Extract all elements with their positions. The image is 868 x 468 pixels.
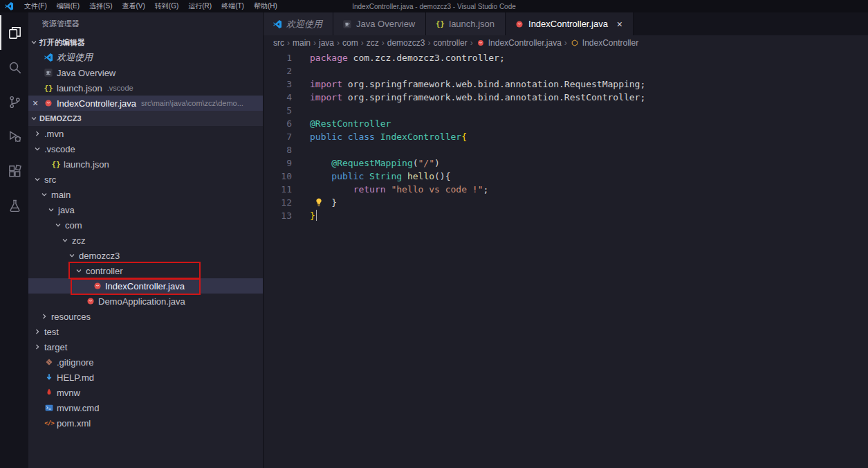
- menubar-item-t[interactable]: 终端(T): [216, 1, 249, 11]
- code-line-9[interactable]: 9 @RequestMapping("/"): [264, 156, 868, 170]
- line-number[interactable]: 13: [264, 209, 292, 222]
- breadcrumb-item-zcz[interactable]: zcz: [367, 38, 379, 48]
- code-line-11[interactable]: 11 return "hello vs code !";: [264, 183, 868, 196]
- project-label: DEMOZCZ3: [39, 114, 82, 123]
- menubar-item-r[interactable]: 运行(R): [183, 1, 216, 11]
- activity-source-control-icon[interactable]: [0, 84, 28, 119]
- tree-item-demozcz3[interactable]: demozcz3: [28, 248, 263, 263]
- tree-item-.mvn[interactable]: .mvn: [28, 126, 263, 141]
- menubar-item-v[interactable]: 查看(V): [117, 1, 149, 11]
- close-editor-icon[interactable]: ×: [28, 98, 42, 109]
- line-number[interactable]: 12: [264, 196, 292, 209]
- code-line-7[interactable]: 7public class IndexController{: [264, 130, 868, 143]
- tree-item-src[interactable]: src: [28, 172, 263, 187]
- tree-item-label: DemoApplication.java: [98, 296, 185, 307]
- tree-item-zcz[interactable]: zcz: [28, 233, 263, 248]
- activity-extensions-icon[interactable]: [0, 154, 28, 188]
- line-number[interactable]: 7: [264, 130, 292, 143]
- code-text: [292, 104, 310, 117]
- tree-item-main[interactable]: main: [28, 187, 263, 202]
- code-line-1[interactable]: 1package com.zcz.demozcz3.controller;: [264, 51, 868, 64]
- activity-search-icon[interactable]: [0, 50, 28, 84]
- tree-item-mvnw.cmd[interactable]: mvnw.cmd: [28, 400, 263, 415]
- line-number[interactable]: 9: [264, 156, 292, 170]
- tree-item-label: .vscode: [44, 144, 75, 154]
- code-text: import org.springframework.web.bind.anno…: [292, 78, 645, 91]
- menubar-item-e[interactable]: 编辑(E): [52, 1, 84, 11]
- code-line-12[interactable]: 12 }: [264, 196, 868, 209]
- tree-item-indexcontroller.java[interactable]: IndexController.java: [28, 278, 263, 294]
- tree-item-com[interactable]: com: [28, 217, 263, 233]
- open-editors-section-header[interactable]: 打开的编辑器: [28, 35, 263, 50]
- code-line-13[interactable]: 13}: [264, 209, 868, 222]
- tab-item[interactable]: 欢迎使用: [264, 12, 333, 35]
- tree-item-label: java: [58, 205, 75, 215]
- breadcrumb-item-main[interactable]: main: [293, 38, 311, 48]
- tree-item-.gitignore[interactable]: .gitignore: [28, 354, 263, 370]
- code-line-10[interactable]: 10 public String hello(){: [264, 170, 868, 183]
- twistie-spacer: [32, 357, 43, 368]
- tree-item-java[interactable]: java: [28, 202, 263, 217]
- code-line-5[interactable]: 5: [264, 104, 868, 117]
- code-line-4[interactable]: 4import org.springframework.web.bind.ann…: [264, 91, 868, 104]
- tree-item-pom.xml[interactable]: </>pom.xml: [28, 415, 263, 431]
- tree-item-help.md[interactable]: HELP.md: [28, 370, 263, 385]
- line-number[interactable]: 6: [264, 117, 292, 130]
- git-file-icon: [43, 357, 55, 368]
- breadcrumb-item-com[interactable]: com: [342, 38, 358, 48]
- line-number[interactable]: 11: [264, 183, 292, 196]
- code-line-8[interactable]: 8: [264, 143, 868, 156]
- tab-java-overview[interactable]: Java Overview: [333, 12, 426, 35]
- tab-launch.json[interactable]: {}launch.json: [426, 12, 506, 35]
- tree-item-label: test: [44, 327, 59, 337]
- code-editor[interactable]: 1package com.zcz.demozcz3.controller;23i…: [264, 50, 868, 468]
- breadcrumb-label: src: [273, 38, 284, 48]
- menubar-item-f[interactable]: 文件(F): [19, 1, 52, 11]
- menubar-item-s[interactable]: 选择(S): [84, 1, 117, 11]
- open-editor-launch.json[interactable]: {}launch.json.vscode: [28, 80, 263, 96]
- line-number[interactable]: 4: [264, 91, 292, 104]
- line-number[interactable]: 3: [264, 78, 292, 91]
- lightbulb-icon[interactable]: [314, 197, 324, 207]
- code-line-3[interactable]: 3import org.springframework.web.bind.ann…: [264, 78, 868, 91]
- tree-item-label: mvnw: [57, 388, 80, 398]
- line-number[interactable]: 8: [264, 143, 292, 156]
- tree-item-resources[interactable]: resources: [28, 309, 263, 324]
- close-tab-icon[interactable]: ×: [614, 19, 625, 30]
- activity-run-debug-icon[interactable]: [0, 119, 28, 154]
- menubar-item-h[interactable]: 帮助(H): [249, 1, 282, 11]
- chevron-right-icon: [32, 326, 43, 337]
- chevron-down-icon: [59, 235, 71, 246]
- activity-testing-icon[interactable]: [0, 188, 28, 223]
- tree-item-target[interactable]: target: [28, 339, 263, 354]
- tree-item-mvnw[interactable]: mvnw: [28, 385, 263, 400]
- code-text: public class IndexController{: [292, 130, 467, 143]
- activity-explorer-icon[interactable]: [0, 15, 28, 50]
- open-editor-indexcontroller.java[interactable]: ×IndexController.javasrc\main\java\com\z…: [28, 96, 263, 111]
- tree-item-demoapplication.java[interactable]: DemoApplication.java: [28, 294, 263, 309]
- open-editor-item[interactable]: 欢迎使用: [28, 50, 263, 65]
- breadcrumb-item-src[interactable]: src: [273, 38, 284, 48]
- tree-item-.vscode[interactable]: .vscode: [28, 141, 263, 156]
- breadcrumb-item-java[interactable]: java: [319, 38, 334, 48]
- breadcrumb-item-controller[interactable]: controller: [433, 38, 467, 48]
- tree-item-controller[interactable]: controller: [28, 263, 263, 278]
- code-line-6[interactable]: 6@RestController: [264, 117, 868, 130]
- line-number[interactable]: 1: [264, 51, 292, 64]
- tab-indexcontroller.java[interactable]: IndexController.java×: [506, 12, 634, 35]
- chevron-down-icon: [53, 219, 64, 231]
- open-editor-java-overview[interactable]: Java Overview: [28, 65, 263, 80]
- code-line-2[interactable]: 2: [264, 64, 868, 78]
- tree-item-launch.json[interactable]: {}launch.json: [28, 156, 263, 172]
- breadcrumb-item-demozcz3[interactable]: demozcz3: [387, 38, 425, 48]
- menubar-item-g[interactable]: 转到(G): [150, 1, 183, 11]
- line-number[interactable]: 5: [264, 104, 292, 117]
- breadcrumb-item-indexcontroller[interactable]: IndexController: [570, 37, 638, 48]
- line-number[interactable]: 10: [264, 170, 292, 183]
- project-section-header[interactable]: DEMOZCZ3: [28, 111, 263, 126]
- tree-item-test[interactable]: test: [28, 324, 263, 339]
- file-tree: .mvn.vscode{}launch.jsonsrcmainjavacomzc…: [28, 126, 263, 431]
- line-number[interactable]: 2: [264, 64, 292, 78]
- window-title: IndexController.java - demozcz3 - Visual…: [352, 3, 516, 10]
- breadcrumb-item-indexcontroller.java[interactable]: IndexController.java: [476, 37, 562, 48]
